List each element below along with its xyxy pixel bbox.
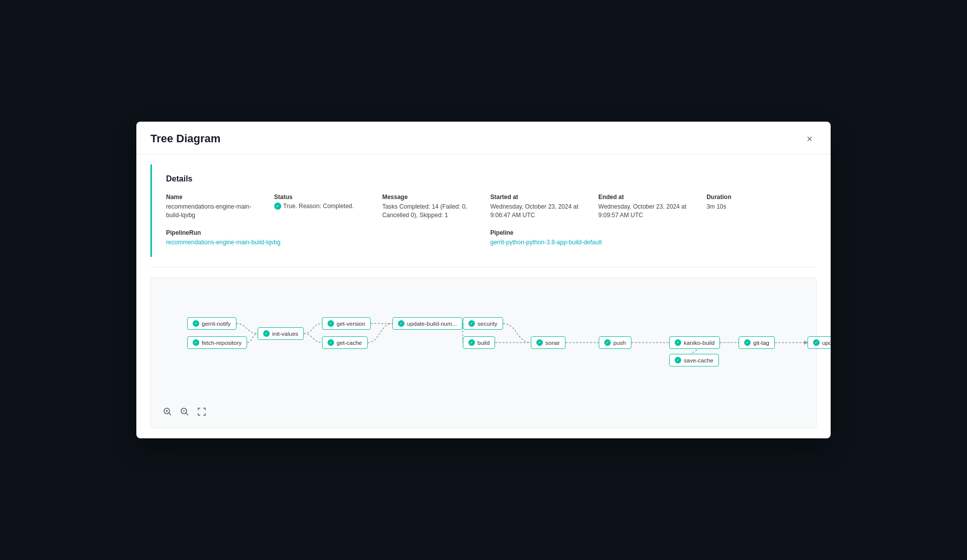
node-icon-update-build-num: ✓ [398, 320, 405, 327]
details-section: Details Name recommendations-engine-main… [150, 164, 817, 257]
fit-button[interactable] [195, 405, 208, 420]
node-label-get-cache: get-cache [337, 340, 362, 346]
node-icon-security: ✓ [468, 320, 475, 327]
ended-at-value: Wednesday, October 23, 2024 at 9:09:57 A… [598, 203, 694, 220]
node-update-cbis[interactable]: ✓update-cbis [808, 336, 831, 349]
node-label-build: build [477, 340, 490, 346]
node-label-security: security [477, 321, 498, 327]
node-icon-build: ✓ [468, 339, 475, 346]
message-field: Message Tasks Completed: 14 (Failed: 0, … [382, 194, 478, 220]
node-update-build-num[interactable]: ✓update-build-num... [392, 317, 462, 330]
node-git-tag[interactable]: ✓git-tag [739, 336, 775, 349]
modal-overlay: Tree Diagram × Details Name recommendati… [0, 0, 967, 560]
diagram-canvas: ✓gerrit-notify✓fetch-repository✓init-val… [161, 288, 806, 409]
ended-at-label: Ended at [598, 194, 694, 201]
node-icon-fetch-repository: ✓ [193, 339, 199, 346]
pipeline-run-field: PipelineRun recommendations-engine-main-… [166, 229, 478, 247]
name-field: Name recommendations-engine-main-build-l… [166, 194, 262, 220]
node-label-get-version: get-version [337, 321, 365, 327]
node-label-update-cbis: update-cbis [822, 340, 831, 346]
node-icon-push: ✓ [604, 339, 611, 346]
node-init-values[interactable]: ✓init-values [258, 327, 304, 340]
started-at-field: Started at Wednesday, October 23, 2024 a… [490, 194, 586, 220]
node-icon-init-values: ✓ [263, 330, 270, 337]
node-label-fetch-repository: fetch-repository [202, 340, 241, 346]
node-fetch-repository[interactable]: ✓fetch-repository [187, 336, 247, 349]
details-grid-bottom: PipelineRun recommendations-engine-main-… [166, 229, 802, 247]
details-title: Details [166, 174, 802, 183]
duration-label: Duration [706, 194, 802, 201]
diagram-section: ✓gerrit-notify✓fetch-repository✓init-val… [150, 277, 817, 428]
node-label-kaniko-build: kaniko-build [684, 340, 714, 346]
node-label-sonar: sonar [545, 340, 560, 346]
zoom-out-button[interactable] [178, 405, 191, 420]
ended-at-field: Ended at Wednesday, October 23, 2024 at … [598, 194, 694, 220]
duration-value: 3m 10s [706, 203, 802, 211]
message-value: Tasks Completed: 14 (Failed: 0, Cancelle… [382, 203, 478, 220]
node-build[interactable]: ✓build [463, 336, 495, 349]
zoom-in-button[interactable] [161, 405, 174, 420]
pipeline-label: Pipeline [491, 229, 803, 236]
status-badge: ✓ True. Reason: Completed. [274, 203, 370, 210]
node-icon-kaniko-build: ✓ [675, 339, 681, 346]
diagram-controls [161, 405, 208, 420]
modal-header: Tree Diagram × [136, 122, 831, 154]
status-field: Status ✓ True. Reason: Completed. [274, 194, 370, 220]
node-label-init-values: init-values [272, 331, 298, 337]
node-icon-get-version: ✓ [328, 320, 334, 327]
pipeline-field: Pipeline gerrit-python-python-3.8-app-bu… [491, 229, 803, 247]
node-icon-gerrit-notify: ✓ [193, 320, 199, 327]
svg-line-7 [186, 413, 189, 416]
node-icon-sonar: ✓ [536, 339, 543, 346]
modal-title: Tree Diagram [150, 132, 220, 145]
node-icon-save-cache: ✓ [675, 357, 681, 363]
node-kaniko-build[interactable]: ✓kaniko-build [669, 336, 720, 349]
node-push[interactable]: ✓push [599, 336, 631, 349]
node-gerrit-notify[interactable]: ✓gerrit-notify [187, 317, 236, 330]
section-divider [150, 267, 817, 267]
pipeline-run-label: PipelineRun [166, 229, 478, 236]
started-at-label: Started at [490, 194, 586, 201]
status-check-icon: ✓ [274, 203, 281, 210]
message-label: Message [382, 194, 478, 201]
started-at-value: Wednesday, October 23, 2024 at 9:06:47 A… [490, 203, 586, 220]
node-label-push: push [613, 340, 626, 346]
node-icon-update-cbis: ✓ [813, 339, 820, 346]
status-value: True. Reason: Completed. [283, 203, 354, 210]
node-get-version[interactable]: ✓get-version [322, 317, 371, 330]
tree-diagram-modal: Tree Diagram × Details Name recommendati… [136, 122, 831, 438]
node-security[interactable]: ✓security [463, 317, 503, 330]
node-icon-get-cache: ✓ [328, 339, 334, 346]
modal-body: Details Name recommendations-engine-main… [136, 164, 831, 428]
name-value: recommendations-engine-main-build-lqvbg [166, 203, 262, 220]
name-label: Name [166, 194, 262, 201]
node-save-cache[interactable]: ✓save-cache [669, 354, 719, 366]
node-sonar[interactable]: ✓sonar [531, 336, 566, 349]
status-label: Status [274, 194, 370, 201]
details-grid-top: Name recommendations-engine-main-build-l… [166, 194, 802, 220]
close-button[interactable]: × [802, 132, 817, 146]
node-label-save-cache: save-cache [684, 357, 713, 363]
duration-field: Duration 3m 10s [706, 194, 802, 220]
node-get-cache[interactable]: ✓get-cache [322, 336, 368, 349]
node-label-update-build-num: update-build-num... [407, 321, 457, 327]
node-icon-git-tag: ✓ [744, 339, 751, 346]
node-label-gerrit-notify: gerrit-notify [202, 321, 231, 327]
pipeline-link[interactable]: gerrit-python-python-3.8-app-build-defau… [491, 239, 602, 246]
pipeline-run-link[interactable]: recommendations-engine-main-build-lqvbg [166, 239, 280, 246]
svg-line-4 [169, 413, 172, 416]
node-label-git-tag: git-tag [753, 340, 769, 346]
